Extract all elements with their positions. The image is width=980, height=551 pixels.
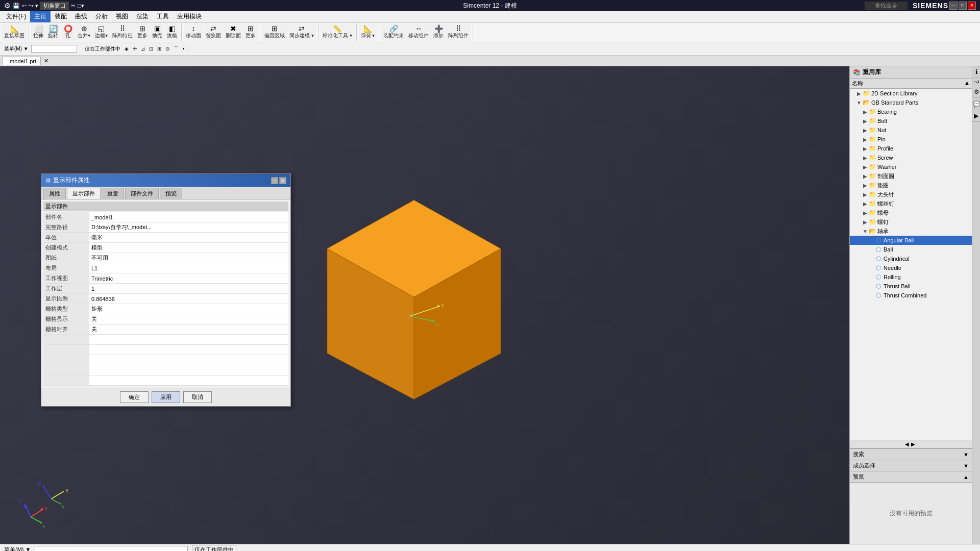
tab-close[interactable]: ✕	[42, 58, 51, 64]
arc-btn[interactable]: ⌒	[172, 45, 180, 53]
tree-item-2d-section[interactable]: ▶ 📁 2D Section Library	[850, 89, 972, 98]
dialog-tab-weight[interactable]: 重量	[102, 188, 124, 199]
preview-header[interactable]: 预览 ▲	[850, 471, 972, 483]
tree-item-luomu[interactable]: ▶ 📁 螺母	[850, 208, 972, 217]
side-tab-1[interactable]: ℹ	[972, 66, 980, 78]
dialog-minimize-btn[interactable]: —	[271, 177, 278, 184]
tree-item-screw[interactable]: ▶ 📁 Screw	[850, 153, 972, 162]
position-btn[interactable]: ⊞偏置区域	[262, 23, 287, 41]
dim-tool-1[interactable]: 📐弹簧 ▾	[359, 23, 377, 41]
maximize-btn[interactable]: □	[959, 2, 967, 10]
snap-btn-4[interactable]: ⊡	[148, 45, 155, 52]
more-sync-btn[interactable]: ⊞更多	[243, 23, 258, 41]
tree-item-gb-standard[interactable]: ▼ 📂 GB Standard Parts	[850, 98, 972, 107]
scroll-prev-btn[interactable]: ◀	[905, 441, 909, 447]
quick-access-save[interactable]: 💾	[13, 3, 20, 9]
command-input[interactable]	[35, 546, 188, 552]
expand-icon[interactable]: ▶	[862, 109, 868, 115]
expand-icon[interactable]: ▶	[862, 183, 868, 188]
snap-btn-1[interactable]: ◈	[123, 45, 130, 52]
minimize-btn[interactable]: —	[949, 2, 958, 10]
array-component-btn[interactable]: ⠿阵列组件	[446, 23, 471, 41]
tree-item-nut[interactable]: ▶ 📁 Nut	[850, 126, 972, 135]
tree-item-luoding[interactable]: ▶ 📁 螺钉	[850, 217, 972, 227]
dialog-tab-properties[interactable]: 属性	[43, 188, 66, 199]
sync-model-btn[interactable]: ⇄同步建模 ▾	[287, 23, 316, 41]
close-btn[interactable]: ✕	[968, 2, 976, 10]
dialog-tab-part-file[interactable]: 部件文件	[125, 188, 159, 199]
expand-icon[interactable]: ▶	[862, 137, 868, 142]
snap-btn-5[interactable]: ⊞	[156, 45, 163, 52]
cut-icon[interactable]: ✂	[71, 3, 76, 9]
expand-icon[interactable]: ▶	[862, 146, 868, 152]
viewport[interactable]: Y X Z Y X	[0, 66, 849, 544]
quick-access-redo[interactable]: ↪	[29, 3, 33, 9]
expand-icon[interactable]: ▶	[862, 201, 868, 207]
side-tab-5[interactable]: ▶	[972, 110, 980, 122]
tree-item-pin2[interactable]: ▶ 📁 大头针	[850, 190, 972, 199]
menu-item-render[interactable]: 渲染	[132, 11, 153, 22]
search-header[interactable]: 搜索 ▼	[850, 449, 972, 460]
library-scroll-up[interactable]: ▲	[964, 80, 970, 87]
window-switch-btn[interactable]: 切换窗口	[40, 2, 69, 10]
draft-btn[interactable]: ◧拔模	[165, 23, 179, 41]
tree-item-bearing[interactable]: ▶ 📁 Bearing	[850, 107, 972, 116]
tree-item-cross-circle[interactable]: ▶ 📁 剖面圆	[850, 171, 972, 181]
assembly-constraint-btn[interactable]: 🔗装配约束	[381, 23, 406, 41]
snap-btn-3[interactable]: ⊿	[139, 45, 146, 52]
tree-item-ball[interactable]: ⬡ Ball	[850, 245, 972, 254]
tree-item-bolt[interactable]: ▶ 📁 Bolt	[850, 116, 972, 126]
move-component-btn[interactable]: ↔移动组件	[406, 23, 431, 41]
tree-item-gasket[interactable]: ▶ 📁 垫圈	[850, 181, 972, 190]
view-btn[interactable]: ⊙	[164, 45, 171, 52]
expand-icon[interactable]: ▶	[862, 192, 868, 197]
side-tab-3[interactable]: ⚙	[972, 86, 980, 98]
tree-item-washer[interactable]: ▶ 📁 Washer	[850, 162, 972, 171]
expand-icon[interactable]: ▼	[856, 100, 862, 106]
apply-button[interactable]: 应用	[152, 391, 180, 403]
menu-dropdown[interactable]: 菜单(M) ▼	[2, 44, 31, 54]
filter-input[interactable]	[31, 45, 77, 53]
dialog-close-btn[interactable]: ✕	[279, 177, 286, 184]
expand-icon[interactable]: ▼	[862, 229, 868, 234]
expand-icon[interactable]: ▶	[862, 155, 868, 161]
tree-item-angular-ball[interactable]: ⬡ Angular Ball	[850, 236, 972, 245]
menu-item-appmodule[interactable]: 应用模块	[173, 11, 206, 22]
expand-icon[interactable]: ▶	[862, 118, 868, 124]
tree-item-profile[interactable]: ▶ 📁 Profile	[850, 144, 972, 153]
move-face-btn[interactable]: ↕移动面	[184, 23, 203, 41]
point-btn[interactable]: •	[181, 45, 186, 52]
member-select-header[interactable]: 成员选择 ▼	[850, 460, 972, 471]
menu-item-file[interactable]: 文件(F)	[2, 11, 30, 22]
add-component-btn[interactable]: ➕添加	[431, 23, 446, 41]
tree-item-thrust-combined[interactable]: ⬡ Thrust Combined	[850, 291, 972, 300]
view-options[interactable]: □▾	[78, 3, 84, 9]
expand-icon[interactable]: ▶	[856, 91, 862, 96]
tree-item-cylindrical[interactable]: ⬡ Cylindrical	[850, 254, 972, 263]
tab-model1[interactable]: _model1.prt	[2, 57, 41, 65]
expand-icon[interactable]: ▶	[862, 219, 868, 225]
menu-item-curve[interactable]: 曲线	[71, 11, 91, 22]
delete-face-btn[interactable]: ✖删除面	[224, 23, 243, 41]
std-tool-1[interactable]: 📏标准化工具 ▾	[321, 23, 354, 41]
side-tab-2[interactable]: ?	[972, 78, 980, 86]
tree-item-thrust-ball[interactable]: ⬡ Thrust Ball	[850, 282, 972, 291]
shell-btn[interactable]: ▣抽壳	[150, 23, 164, 41]
work-part-filter[interactable]: 仅在工作部件中	[192, 545, 236, 551]
sketch-btn[interactable]: 📐直接草图	[2, 23, 27, 41]
menu-item-analysis[interactable]: 分析	[91, 11, 112, 22]
side-tab-4[interactable]: 💬	[972, 98, 980, 110]
expand-icon[interactable]: ▶	[862, 164, 868, 170]
menu-item-assembly[interactable]: 装配	[51, 11, 71, 22]
boolean-btn[interactable]: ⊕合并▾	[76, 23, 92, 41]
tree-item-luodingzhi[interactable]: ▶ 📁 螺丝钉	[850, 199, 972, 208]
hole-btn[interactable]: ⭕孔	[61, 23, 75, 41]
replace-face-btn[interactable]: ⇄替换面	[204, 23, 223, 41]
tree-item-needle[interactable]: ⬡ Needle	[850, 263, 972, 272]
search-command-input[interactable]: 查找命令	[865, 2, 908, 10]
edge-btn[interactable]: ◱边框▾	[93, 23, 110, 41]
ok-button[interactable]: 确定	[120, 391, 149, 403]
tree-item-pin[interactable]: ▶ 📁 Pin	[850, 135, 972, 144]
quick-access-undo[interactable]: ↩	[22, 3, 27, 9]
menu-item-home[interactable]: 主页	[30, 11, 51, 22]
